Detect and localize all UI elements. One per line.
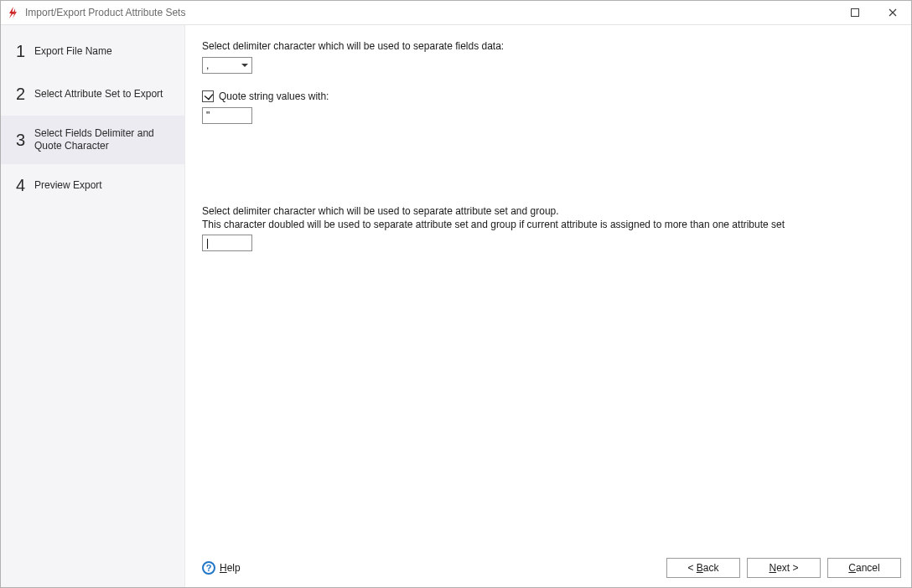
quote-checkbox[interactable] [202,90,214,102]
wizard-footer: ? Help < Back Next > Cancel [185,547,911,587]
step-number: 2 [16,85,34,104]
wizard-content: Select delimiter character which will be… [185,25,911,547]
group-delimiter-label-line2: This character doubled will be used to s… [202,218,894,231]
step-3-delimiter-quote[interactable]: 3 Select Fields Delimiter and Quote Char… [1,116,184,164]
next-button[interactable]: Next > [747,558,821,578]
step-number: 4 [16,176,34,195]
step-4-preview-export[interactable]: 4 Preview Export [1,164,184,207]
field-delimiter-label: Select delimiter character which will be… [202,40,894,52]
step-label: Export File Name [34,45,112,58]
wizard-sidebar: 1 Export File Name 2 Select Attribute Se… [1,25,185,587]
step-1-export-file-name[interactable]: 1 Export File Name [1,30,184,73]
step-label: Select Attribute Set to Export [34,88,163,101]
wizard-body: 1 Export File Name 2 Select Attribute Se… [1,25,911,587]
wizard-window: Import/Export Product Attribute Sets 1 E… [0,0,912,588]
group-delimiter-label-line1: Select delimiter character which will be… [202,204,894,218]
help-label: Help [220,562,241,574]
field-delimiter-block: Select delimiter character which will be… [202,40,894,74]
step-2-select-attribute-set[interactable]: 2 Select Attribute Set to Export [1,73,184,116]
step-label: Preview Export [34,179,102,192]
group-delimiter-block: Select delimiter character which will be… [202,204,894,251]
back-button[interactable]: < Back [666,558,740,578]
quote-block: Quote string values with: [202,90,894,124]
window-controls [836,1,911,24]
field-delimiter-select[interactable]: , [202,57,252,74]
group-delimiter-input[interactable] [202,235,252,251]
cancel-button[interactable]: Cancel [827,558,901,578]
quote-checkbox-row: Quote string values with: [202,90,894,102]
step-number: 1 [16,42,34,61]
titlebar: Import/Export Product Attribute Sets [1,1,911,25]
step-number: 3 [16,131,34,150]
help-link[interactable]: ? Help [202,561,241,575]
svg-rect-0 [851,9,858,17]
window-title: Import/Export Product Attribute Sets [25,7,185,18]
maximize-button[interactable] [836,1,873,24]
close-button[interactable] [873,1,911,24]
help-icon: ? [202,561,215,575]
chevron-down-icon [241,64,248,67]
wizard-main: Select delimiter character which will be… [185,25,911,587]
step-label: Select Fields Delimiter and Quote Charac… [34,127,176,152]
app-icon [7,6,20,19]
field-delimiter-value: , [206,59,209,71]
quote-checkbox-label: Quote string values with: [219,90,329,102]
quote-char-input[interactable] [202,107,252,124]
